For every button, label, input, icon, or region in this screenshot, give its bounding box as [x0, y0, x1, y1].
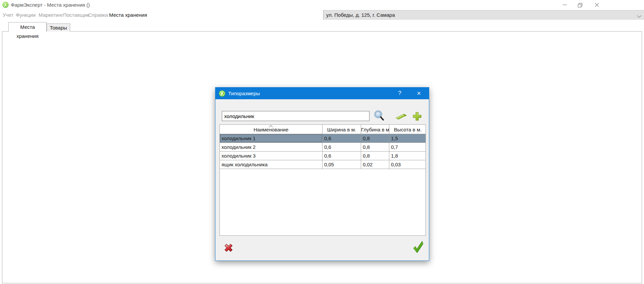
- app-logo-icon: R: [2, 2, 9, 8]
- dialog-close-button[interactable]: ×: [412, 88, 426, 99]
- dialog-title-bar: R Типоразмеры ? ×: [215, 88, 429, 99]
- col-header-glubina[interactable]: Глубина в м.: [361, 125, 389, 134]
- dialog-help-button[interactable]: ?: [393, 88, 406, 99]
- title-bar: R ФармЭксперт - Места хранения (): [0, 0, 644, 10]
- chevron-down-icon: [637, 13, 641, 18]
- menu-postavshik[interactable]: Поставщик: [63, 10, 89, 20]
- dialog-search-icon[interactable]: [373, 110, 385, 122]
- restore-button[interactable]: [575, 0, 586, 9]
- location-selector[interactable]: ул. Победы, д. 125, г. Самара: [323, 10, 644, 20]
- dialog-title: Типоразмеры: [228, 88, 260, 99]
- col-header-vysota[interactable]: Высота в м.: [389, 125, 426, 134]
- menu-mesta-hraneniya[interactable]: Места хранения: [109, 10, 147, 20]
- app-logo-icon: R: [219, 90, 226, 97]
- app-window: R ФармЭксперт - Места хранения () Учет Ф…: [0, 0, 644, 284]
- tab-tovary[interactable]: Товары: [47, 23, 70, 32]
- col-header-naimenovanie[interactable]: Наименование: [220, 125, 323, 134]
- table-row-selected[interactable]: холодильник 1 0,6 0,8 1,5: [220, 134, 426, 143]
- dialog-add-icon[interactable]: [411, 111, 423, 122]
- minimize-button[interactable]: [559, 0, 571, 9]
- window-title: ФармЭксперт - Места хранения (): [11, 0, 90, 10]
- menu-spravka[interactable]: Справка: [88, 10, 108, 20]
- close-button[interactable]: [591, 0, 602, 9]
- table-row[interactable]: холодильник 3 0,6 0,8 1,8: [220, 152, 426, 160]
- tab-mesta-hraneniya[interactable]: Места хранения: [8, 22, 47, 32]
- table-row[interactable]: ящик холодильника 0,05 0,02 0,03: [220, 160, 426, 169]
- tiporazmery-table: Наименование Ширина в м. Глубина в м. Вы…: [219, 124, 426, 236]
- menu-uchet[interactable]: Учет: [3, 10, 13, 20]
- confirm-icon[interactable]: [412, 240, 425, 254]
- tiporazmery-table-header: Наименование Ширина в м. Глубина в м. Вы…: [220, 125, 426, 134]
- menu-bar: Учет Функции Маркетинг Поставщик Справка…: [0, 10, 644, 20]
- table-row[interactable]: холодильник 2 0,6 0,8 0,7: [220, 143, 426, 152]
- col-header-shirina[interactable]: Ширина в м.: [323, 125, 361, 134]
- dialog-search-input[interactable]: [222, 111, 369, 121]
- cancel-icon[interactable]: [222, 241, 235, 254]
- dialog-clear-icon[interactable]: [394, 112, 408, 121]
- menu-marketing[interactable]: Маркетинг: [39, 10, 63, 20]
- location-text: ул. Победы, д. 125, г. Самара: [326, 12, 395, 18]
- tiporazmery-dialog: R Типоразмеры ? × Наиме: [215, 87, 429, 261]
- menu-funkcii[interactable]: Функции: [16, 10, 36, 20]
